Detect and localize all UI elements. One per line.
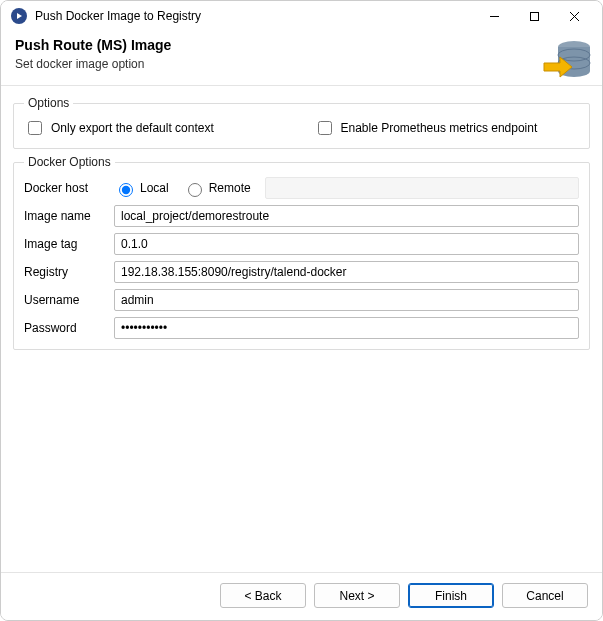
image-tag-input[interactable] — [114, 233, 579, 255]
password-input[interactable] — [114, 317, 579, 339]
username-label: Username — [24, 293, 106, 307]
svg-rect-1 — [530, 12, 538, 20]
options-legend: Options — [24, 96, 73, 110]
maximize-button[interactable] — [514, 2, 554, 30]
image-name-input[interactable] — [114, 205, 579, 227]
wizard-buttonbar: < Back Next > Finish Cancel — [1, 572, 602, 620]
enable-prometheus-input[interactable] — [318, 121, 332, 135]
only-export-default-context-input[interactable] — [28, 121, 42, 135]
registry-label: Registry — [24, 265, 106, 279]
minimize-icon — [489, 11, 500, 22]
cancel-button[interactable]: Cancel — [502, 583, 588, 608]
only-export-default-context-label: Only export the default context — [51, 121, 214, 135]
docker-options-legend: Docker Options — [24, 155, 115, 169]
docker-host-local-radio[interactable]: Local — [114, 180, 169, 197]
docker-options-group: Docker Options Docker host Local Remote … — [13, 155, 590, 350]
registry-input[interactable] — [114, 261, 579, 283]
docker-host-remote-radio[interactable]: Remote — [183, 180, 251, 197]
docker-host-local-label: Local — [140, 181, 169, 195]
app-icon — [11, 8, 27, 24]
titlebar: Push Docker Image to Registry — [1, 1, 602, 31]
wizard-content: Options Only export the default context … — [1, 86, 602, 572]
username-input[interactable] — [114, 289, 579, 311]
window-title: Push Docker Image to Registry — [35, 9, 201, 23]
docker-host-remote-input[interactable] — [188, 183, 202, 197]
database-arrow-icon — [542, 35, 594, 87]
only-export-default-context-checkbox[interactable]: Only export the default context — [24, 118, 290, 138]
close-icon — [569, 11, 580, 22]
docker-host-remote-extra — [265, 177, 579, 199]
finish-button[interactable]: Finish — [408, 583, 494, 608]
image-tag-label: Image tag — [24, 237, 106, 251]
next-button[interactable]: Next > — [314, 583, 400, 608]
wizard-header: Push Route (MS) Image Set docker image o… — [1, 31, 602, 86]
password-label: Password — [24, 321, 106, 335]
docker-host-remote-label: Remote — [209, 181, 251, 195]
page-subtitle: Set docker image option — [15, 57, 588, 71]
maximize-icon — [529, 11, 540, 22]
minimize-button[interactable] — [474, 2, 514, 30]
docker-host-row: Local Remote — [114, 177, 579, 199]
page-title: Push Route (MS) Image — [15, 37, 588, 53]
back-button[interactable]: < Back — [220, 583, 306, 608]
docker-host-label: Docker host — [24, 181, 106, 195]
enable-prometheus-label: Enable Prometheus metrics endpoint — [341, 121, 538, 135]
enable-prometheus-checkbox[interactable]: Enable Prometheus metrics endpoint — [314, 118, 580, 138]
docker-host-local-input[interactable] — [119, 183, 133, 197]
close-button[interactable] — [554, 2, 594, 30]
image-name-label: Image name — [24, 209, 106, 223]
options-group: Options Only export the default context … — [13, 96, 590, 149]
